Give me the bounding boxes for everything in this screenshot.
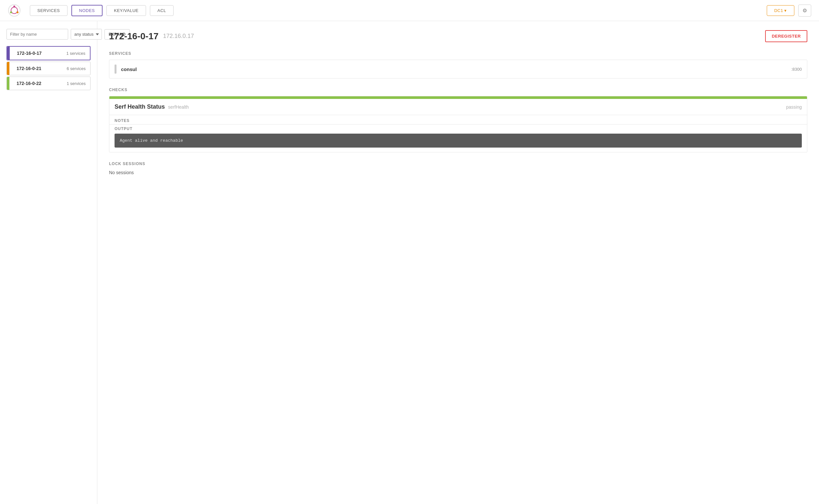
node-list-item[interactable]: 172-16-0-221 services — [6, 77, 90, 90]
check-output-box: Agent alive and reachable — [114, 134, 802, 148]
service-color-bar — [114, 65, 116, 74]
node-item-services: 6 services — [66, 66, 86, 71]
node-status-color-bar — [7, 47, 10, 60]
check-status-bar — [109, 96, 807, 99]
check-output-section: OUTPUT Agent alive and reachable — [109, 125, 807, 152]
checks-section: CHECKS Serf Health Status serfHealth pas… — [109, 88, 807, 152]
node-item-name: 172-16-0-22 — [17, 81, 66, 86]
services-section: SERVICES consul :8300 — [109, 51, 807, 78]
check-notes-label: NOTES — [114, 118, 802, 123]
lock-sessions-section: LOCK SESSIONS No sessions — [109, 162, 807, 175]
node-item-services: 1 services — [66, 81, 86, 86]
service-name: consul — [121, 66, 791, 72]
check-card: Serf Health Status serfHealth passing NO… — [109, 96, 807, 152]
main-layout: any status passing warning critical EXPA… — [0, 21, 819, 504]
check-subtitle: serfHealth — [168, 104, 189, 110]
node-ip: 172.16.0.17 — [163, 33, 194, 40]
service-row: consul :8300 — [109, 60, 807, 78]
check-status-text: passing — [786, 104, 802, 110]
svg-point-2 — [13, 6, 15, 7]
lock-sessions-label: LOCK SESSIONS — [109, 162, 807, 166]
service-port: :8300 — [791, 67, 802, 72]
dc-selector-button[interactable]: DC1 ▾ — [767, 5, 794, 16]
nodes-nav-button[interactable]: NODES — [71, 5, 103, 16]
logo-icon — [8, 4, 21, 17]
node-list: 172-16-0-171 services172-16-0-216 servic… — [6, 46, 90, 90]
deregister-button[interactable]: DEREGISTER — [765, 30, 807, 42]
node-list-item[interactable]: 172-16-0-216 services — [6, 62, 90, 75]
node-title: 172-16-0-17 — [109, 31, 159, 42]
services-section-label: SERVICES — [109, 51, 807, 56]
no-sessions-text: No sessions — [109, 170, 807, 175]
content-area: 172-16-0-17 172.16.0.17 DEREGISTER SERVI… — [97, 21, 819, 504]
services-nav-button[interactable]: SERVICES — [30, 5, 67, 16]
node-list-item[interactable]: 172-16-0-171 services — [6, 46, 90, 60]
filter-name-input[interactable] — [6, 29, 68, 40]
check-notes: NOTES — [109, 115, 807, 125]
sidebar-filters: any status passing warning critical EXPA… — [6, 29, 90, 40]
node-status-color-bar — [7, 62, 9, 75]
check-title: Serf Health Status — [114, 103, 165, 110]
settings-button[interactable]: ⚙ — [798, 5, 811, 17]
check-header: Serf Health Status serfHealth passing — [109, 99, 807, 115]
checks-section-label: CHECKS — [109, 88, 807, 92]
navbar: SERVICES NODES KEY/VALUE ACL DC1 ▾ ⚙ — [0, 0, 819, 21]
svg-point-1 — [11, 7, 18, 14]
content-header: 172-16-0-17 172.16.0.17 DEREGISTER — [109, 30, 807, 42]
check-output-label: OUTPUT — [114, 126, 802, 131]
svg-point-3 — [17, 11, 18, 13]
svg-point-4 — [10, 11, 12, 13]
keyvalue-nav-button[interactable]: KEY/VALUE — [106, 5, 146, 16]
node-status-color-bar — [7, 77, 9, 90]
node-item-services: 1 services — [66, 51, 85, 56]
sidebar: any status passing warning critical EXPA… — [0, 21, 97, 504]
acl-nav-button[interactable]: ACL — [150, 5, 174, 16]
node-item-name: 172-16-0-17 — [17, 51, 66, 56]
gear-icon: ⚙ — [802, 8, 807, 13]
node-item-name: 172-16-0-21 — [17, 66, 66, 71]
